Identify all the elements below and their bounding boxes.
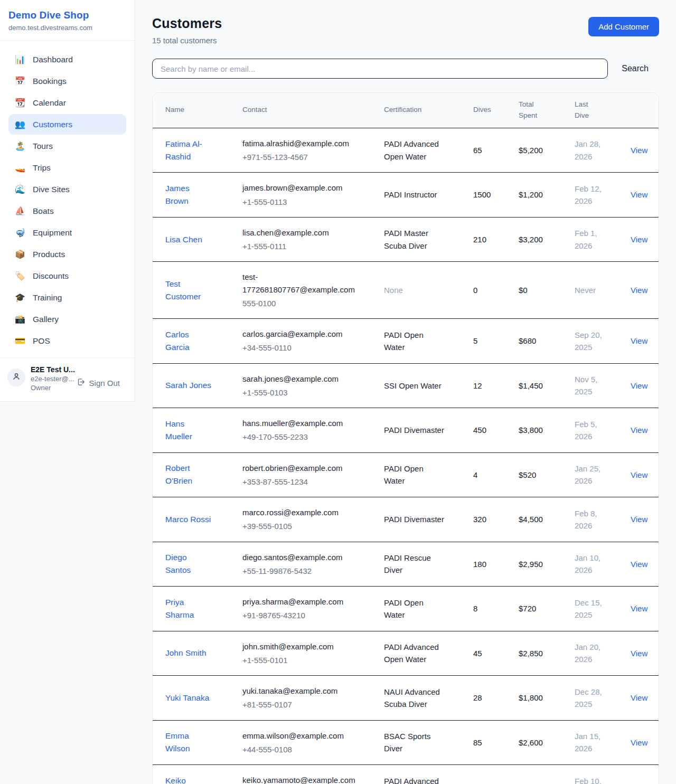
customer-phone: +81-555-0107 [242,698,366,711]
sidebar-item-calendar[interactable]: 📆Calendar [8,92,126,113]
last-dive-cell: Never [562,262,618,319]
last-dive-cell: Dec 28, 2025 [562,676,618,721]
customer-email: john.smith@example.com [242,640,366,653]
actions-cell: View [618,363,659,408]
customer-name-cell: Test Customer [153,262,230,319]
contact-cell: hans.mueller@example.com+49-170-555-2233 [230,408,371,453]
actions-cell: View [618,408,659,453]
total-spent-cell: $5,200 [506,128,562,173]
sign-out-button[interactable]: Sign Out [77,377,120,388]
column-header-total-spent: Total Spent [506,93,562,128]
certification-value: PADI Advanced Open Water [384,775,446,784]
view-link[interactable]: View [631,190,647,199]
view-link[interactable]: View [631,604,647,613]
customer-name-link[interactable]: Robert O'Brien [165,462,212,487]
customer-name-link[interactable]: Hans Mueller [165,418,212,443]
customer-name-link[interactable]: Sarah Jones [165,379,211,392]
total-spent-cell: $3,200 [506,217,562,262]
search-row: Search [152,59,659,79]
user-role: Owner [31,384,74,392]
customer-name-link[interactable]: Carlos Garcia [165,328,212,354]
table-row: Keiko Yamamotokeiko.yamamoto@example.com… [153,765,659,784]
view-link[interactable]: View [631,560,647,569]
sidebar-item-trips[interactable]: 🚤Trips [8,157,126,178]
table-row: Fatima Al-Rashidfatima.alrashid@example.… [153,128,659,173]
sidebar-item-tours[interactable]: 🏝️Tours [8,136,126,156]
customer-name-link[interactable]: Lisa Chen [165,233,202,246]
table-row: Marco Rossimarco.rossi@example.com+39-55… [153,497,659,542]
total-spent-cell: $2,950 [506,542,562,587]
tear-off-calendar-icon: 📆 [15,98,25,108]
person-icon [12,372,21,383]
sidebar-item-pos[interactable]: 💳POS [8,330,126,351]
actions-cell: View [618,676,659,721]
customer-email: yuki.tanaka@example.com [242,685,366,697]
certification-cell: PADI Rescue Diver [371,542,461,587]
customer-name-link[interactable]: Test Customer [165,278,212,303]
customer-name-link[interactable]: Diego Santos [165,551,212,577]
customer-phone: +353-87-555-1234 [242,476,366,488]
column-header-actions [618,93,659,128]
dives-cell: 5 [461,319,506,364]
customer-phone: +44-555-0108 [242,743,366,755]
sidebar-item-equipment[interactable]: 🤿Equipment [8,222,126,243]
customer-email: keiko.yamamoto@example.com [242,774,366,784]
customer-name-link[interactable]: John Smith [165,647,206,659]
table-row: Carlos Garciacarlos.garcia@example.com+3… [153,319,659,364]
customer-name-link[interactable]: Keiko Yamamoto [165,774,212,784]
customer-name-link[interactable]: Emma Wilson [165,730,212,755]
customer-name-link[interactable]: Fatima Al-Rashid [165,138,212,163]
add-customer-button[interactable]: Add Customer [588,17,659,36]
table-row: Robert O'Brienrobert.obrien@example.com+… [153,452,659,497]
last-dive-cell: Sep 20, 2025 [562,319,618,364]
sidebar-item-products[interactable]: 📦Products [8,244,126,265]
certification-cell: PADI Advanced Open Water [371,765,461,784]
customer-name-link[interactable]: Yuki Tanaka [165,692,209,704]
contact-cell: john.smith@example.com+1-555-0101 [230,631,371,676]
customer-phone: +1-555-0111 [242,240,366,252]
last-dive-value: Jan 15, 2026 [575,730,607,755]
certification-cell: PADI Open Water [371,319,461,364]
table-row: James Brownjames.brown@example.com+1-555… [153,173,659,218]
avatar [7,369,25,386]
view-link[interactable]: View [631,470,647,479]
sidebar-item-training[interactable]: 🎓Training [8,287,126,308]
sidebar-item-dive-sites[interactable]: 🌊Dive Sites [8,179,126,200]
total-spent-cell: $3,800 [506,408,562,453]
view-link[interactable]: View [631,426,647,434]
search-input[interactable] [152,59,608,79]
search-button[interactable]: Search [609,60,659,78]
table-row: Diego Santosdiego.santos@example.com+55-… [153,542,659,587]
customer-name-link[interactable]: James Brown [165,182,212,207]
contact-cell: carlos.garcia@example.com+34-555-0110 [230,319,371,364]
customer-phone: +91-98765-43210 [242,609,366,621]
sidebar-item-bookings[interactable]: 📅Bookings [8,71,126,91]
sidebar-item-discounts[interactable]: 🏷️Discounts [8,266,126,286]
sidebar-item-label: Customers [33,120,72,129]
sidebar-item-customers[interactable]: 👥Customers [8,114,126,135]
view-link[interactable]: View [631,381,647,390]
sidebar-item-label: Calendar [33,98,66,108]
sidebar-item-dashboard[interactable]: 📊Dashboard [8,49,126,70]
view-link[interactable]: View [631,693,647,702]
sidebar-item-boats[interactable]: ⛵Boats [8,201,126,221]
sidebar-item-gallery[interactable]: 📸Gallery [8,309,126,329]
last-dive-value: Feb 12, 2026 [575,183,607,207]
last-dive-value: Sep 20, 2025 [575,329,607,354]
last-dive-cell: Feb 8, 2026 [562,497,618,542]
certification-value: BSAC Sports Diver [384,730,446,755]
customer-name-link[interactable]: Priya Sharma [165,596,212,621]
view-link[interactable]: View [631,515,647,524]
total-spent-cell: $2,850 [506,631,562,676]
view-link[interactable]: View [631,235,647,244]
view-link[interactable]: View [631,649,647,658]
customer-phone: 555-0100 [242,297,366,309]
last-dive-cell: Feb 10, 2026 [562,765,618,784]
customer-name-link[interactable]: Marco Rossi [165,513,211,526]
view-link[interactable]: View [631,146,647,155]
view-link[interactable]: View [631,286,647,295]
view-link[interactable]: View [631,336,647,345]
last-dive-cell: Jan 28, 2026 [562,128,618,173]
dives-cell: 65 [461,128,506,173]
view-link[interactable]: View [631,738,647,747]
